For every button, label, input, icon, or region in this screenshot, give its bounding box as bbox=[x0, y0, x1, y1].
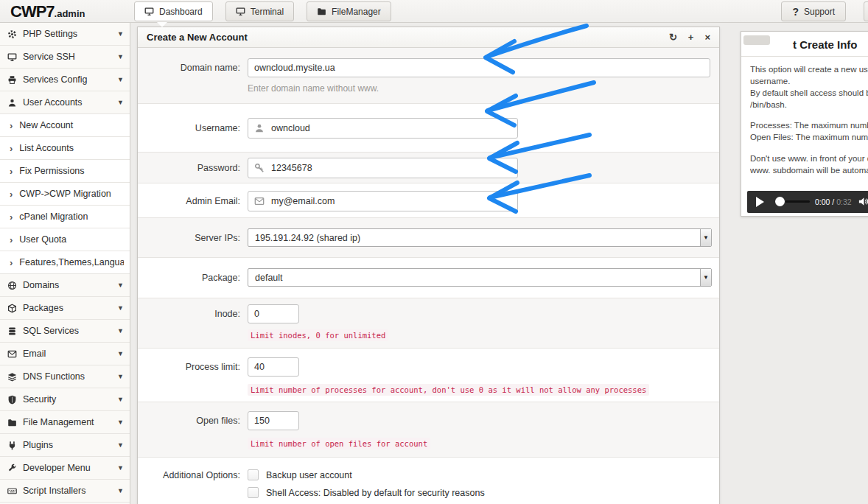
refresh-icon[interactable]: ↻ bbox=[669, 32, 677, 43]
sidebar-item-file-management[interactable]: File Management▼ bbox=[0, 411, 130, 434]
sidebar-item-services-config[interactable]: Services Config▼ bbox=[0, 69, 130, 91]
server-ips-value: 195.191.24.92 (shared ip) bbox=[248, 233, 700, 243]
open-files-input[interactable] bbox=[248, 411, 299, 430]
sidebar-item-dns-functions[interactable]: DNS Functions▼ bbox=[0, 365, 130, 388]
partial-button[interactable] bbox=[864, 1, 868, 21]
sidebar-item-label: Fix Permissions bbox=[19, 166, 124, 176]
process-limit-input[interactable] bbox=[248, 357, 299, 377]
user-icon bbox=[254, 123, 265, 133]
support-label: Support bbox=[804, 7, 835, 17]
sidebar-item-list-accounts[interactable]: ›List Accounts bbox=[0, 137, 130, 160]
admin-email-label: Admin Email: bbox=[138, 196, 240, 206]
info-panel-title: t Create Info bbox=[793, 38, 858, 51]
info-paragraph: Don't use www. in front of your dwww. su… bbox=[750, 153, 868, 177]
chevron-right-icon: › bbox=[10, 143, 13, 154]
checkbox[interactable] bbox=[248, 469, 259, 480]
package-value: default bbox=[248, 273, 700, 283]
sidebar-item-fix-permissions[interactable]: ›Fix Permissions bbox=[0, 160, 130, 183]
checkbox-label: Backup user account bbox=[266, 470, 352, 480]
sidebar-item-email[interactable]: Email▼ bbox=[0, 343, 130, 365]
sidebar-item-user-quota[interactable]: ›User Quota bbox=[0, 228, 130, 251]
open-files-label: Open files: bbox=[138, 416, 240, 426]
support-button[interactable]: ? Support bbox=[781, 1, 846, 21]
sidebar-item-new-account[interactable]: ›New Account bbox=[0, 114, 130, 137]
sidebar-item-label: List Accounts bbox=[19, 143, 124, 153]
key-icon bbox=[254, 163, 265, 173]
option-shell-access-disabled-by-defau: Shell Access: Disabled by default for se… bbox=[248, 487, 485, 498]
sidebar-item-label: New Account bbox=[19, 120, 124, 130]
close-icon[interactable]: × bbox=[704, 32, 710, 43]
sidebar-item-developer-menu[interactable]: Developer Menu▼ bbox=[0, 457, 130, 480]
sidebar-item-service-ssh[interactable]: Service SSH▼ bbox=[0, 46, 130, 69]
seek-handle[interactable] bbox=[775, 197, 785, 206]
info-line: Processes: The maximum numbe bbox=[750, 120, 868, 132]
sidebar-item-label: User Accounts bbox=[23, 97, 114, 108]
caret-down-icon: ▼ bbox=[117, 327, 124, 335]
inode-row: Inode: Limit inodes, 0 for unlimited bbox=[138, 298, 719, 349]
password-label: Password: bbox=[138, 163, 240, 173]
chevron-right-icon: › bbox=[10, 211, 13, 223]
package-icon bbox=[7, 304, 17, 313]
tab-terminal[interactable]: Terminal bbox=[225, 1, 294, 21]
caret-down-icon: ▼ bbox=[117, 350, 124, 357]
info-line: www. subdomain will be automa bbox=[750, 165, 868, 177]
sidebar-item-script-installers[interactable]: Script Installers▼ bbox=[0, 480, 130, 503]
open-files-help: Limit number of open files for account bbox=[248, 438, 430, 449]
monitor-icon bbox=[7, 52, 17, 62]
sidebar-item-cpanel-migration[interactable]: ›cPanel Migration bbox=[0, 206, 130, 228]
create-account-panel: Create a New Account ↻ + × Domain name: … bbox=[137, 27, 720, 504]
sidebar-item-domains[interactable]: Domains▼ bbox=[0, 274, 130, 297]
domain-input[interactable] bbox=[248, 58, 710, 77]
sidebar-item-security[interactable]: Security▼ bbox=[0, 388, 130, 411]
checkbox[interactable] bbox=[248, 487, 259, 498]
wrench-icon bbox=[7, 463, 17, 473]
sidebar-item-cwp-cwp-migration[interactable]: ›CWP->CWP Migration bbox=[0, 183, 130, 206]
sidebar-item-plugins[interactable]: Plugins▼ bbox=[0, 434, 130, 457]
sidebar-item-label: Domains bbox=[23, 280, 114, 290]
sidebar-item-label: DNS Functions bbox=[23, 371, 114, 382]
checkbox-label: Shell Access: Disabled by default for se… bbox=[266, 488, 485, 498]
envelope-icon bbox=[254, 196, 265, 206]
server-ips-select[interactable]: 195.191.24.92 (shared ip) ▼ bbox=[248, 228, 712, 247]
folder-icon bbox=[317, 7, 326, 16]
panel-header: Create a New Account ↻ + × bbox=[138, 27, 719, 48]
additional-options-row: Additional Options: Backup user accountS… bbox=[138, 458, 719, 504]
admin-email-row: Admin Email: bbox=[138, 183, 719, 218]
tab-filemanager[interactable]: FileManager bbox=[307, 1, 391, 21]
username-label: Username: bbox=[138, 123, 240, 133]
domain-label: Domain name: bbox=[138, 63, 240, 73]
info-line: Open Files: The maximum numb bbox=[750, 132, 868, 144]
user-icon bbox=[7, 98, 17, 108]
sidebar-item-features-themes-languages[interactable]: ›Features,Themes,Languages bbox=[0, 251, 130, 274]
package-select[interactable]: default ▼ bbox=[248, 268, 712, 287]
sidebar-item-packages[interactable]: Packages▼ bbox=[0, 297, 130, 320]
seek-track[interactable] bbox=[785, 200, 810, 203]
sidebar-item-label: cPanel Migration bbox=[19, 211, 124, 222]
sidebar-item-label: Services Config bbox=[23, 74, 114, 85]
database-icon bbox=[7, 326, 17, 336]
admin-email-input[interactable] bbox=[248, 191, 518, 211]
caret-down-icon: ▼ bbox=[117, 76, 124, 83]
volume-icon[interactable] bbox=[858, 196, 868, 207]
app-logo: CWP7.admin bbox=[10, 1, 85, 25]
sidebar-item-sql-services[interactable]: SQL Services▼ bbox=[0, 320, 130, 343]
player-time: 0:00 / 0:32 bbox=[815, 197, 852, 206]
play-icon[interactable] bbox=[756, 197, 764, 207]
tab-dashboard[interactable]: Dashboard bbox=[134, 1, 213, 21]
caret-down-icon: ▼ bbox=[117, 487, 124, 494]
password-input[interactable] bbox=[248, 158, 518, 178]
open-files-row: Open files: Limit number of open files f… bbox=[138, 402, 719, 458]
inode-label: Inode: bbox=[138, 309, 240, 319]
caret-down-icon: ▼ bbox=[117, 99, 124, 106]
chevron-down-icon[interactable]: ▼ bbox=[700, 229, 711, 246]
sidebar-item-label: File Management bbox=[23, 417, 114, 427]
add-icon[interactable]: + bbox=[688, 32, 694, 43]
sidebar-item-php-settings[interactable]: PHP Settings▼ bbox=[0, 23, 130, 46]
monitor-icon bbox=[144, 7, 154, 16]
inode-input[interactable] bbox=[248, 304, 299, 323]
info-line: This option will create a new user bbox=[750, 64, 868, 76]
username-input[interactable] bbox=[248, 118, 518, 139]
question-icon: ? bbox=[792, 6, 799, 18]
chevron-down-icon[interactable]: ▼ bbox=[700, 269, 711, 286]
sidebar-item-user-accounts[interactable]: User Accounts▼ bbox=[0, 91, 130, 114]
